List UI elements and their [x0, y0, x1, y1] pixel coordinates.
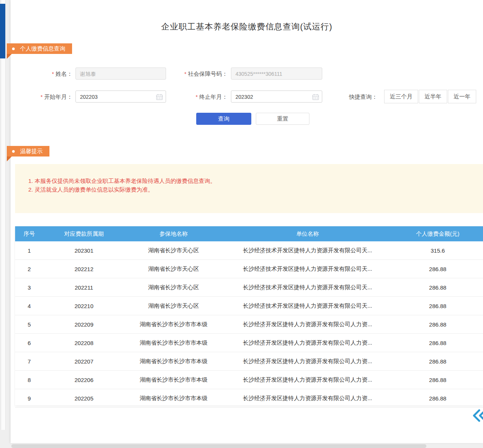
table-cell: 长沙经济技术开发区捷特人力资源开发有限公司天...	[223, 260, 392, 278]
table-cell: 长沙经济开发区捷特人力资源开发有限公司人力资...	[223, 315, 392, 333]
table-cell: 286.88	[392, 371, 483, 389]
table-cell: 湖南省长沙市天心区	[125, 241, 223, 259]
table-cell: 湖南省长沙市长沙市市本级	[125, 334, 223, 352]
tips-notice-box: 1. 本服务仅提供尚未领取企业职工基本养老保险待遇人员的缴费信息查询。 2. 灵…	[15, 164, 483, 213]
table-cell: 202301	[43, 241, 125, 259]
start-month-input[interactable]: 202203	[75, 91, 166, 103]
calendar-icon	[156, 94, 163, 100]
table-cell: 湖南省长沙市长沙市市本级	[125, 371, 223, 389]
table-cell: 286.88	[392, 315, 483, 333]
results-table: 序号对应费款所属期参保地名称单位名称个人缴费金额(元) 1202301湖南省长沙…	[15, 226, 483, 405]
ssn-label: *社会保障号码：	[166, 67, 228, 81]
name-label: *姓名：	[38, 67, 72, 81]
table-cell: 202211	[43, 278, 125, 296]
table-row: 6202208湖南省长沙市长沙市市本级长沙经济开发区捷特人力资源开发有限公司人力…	[15, 334, 483, 352]
table-body: 1202301湖南省长沙市天心区长沙经济技术开发区捷特人力资源开发有限公司天..…	[15, 241, 483, 408]
table-row: 8202206湖南省长沙市长沙市市本级长沙经济开发区捷特人力资源开发有限公司人力…	[15, 371, 483, 389]
ssn-field: 430525******306111	[231, 68, 322, 80]
table-cell: 4	[15, 297, 43, 315]
table-cell: 315.6	[392, 241, 483, 259]
bullet-dot-icon	[12, 48, 15, 50]
table-cell: 5	[15, 315, 43, 333]
table-cell: 202210	[43, 297, 125, 315]
table-cell: 8	[15, 371, 43, 389]
double-chevron-left-icon[interactable]	[471, 407, 483, 424]
table-row: 4202210湖南省长沙市天心区长沙经济技术开发区捷特人力资源开发有限公司天..…	[15, 297, 483, 315]
table-cell: 湖南省长沙市长沙市市本级	[125, 315, 223, 333]
calendar-icon	[312, 94, 319, 100]
required-asterisk: *	[196, 94, 198, 100]
table-cell: 湖南省长沙市天心区	[125, 260, 223, 278]
section-badge-label: 个人缴费信息查询	[20, 45, 65, 52]
quick-query-group: 近三个月 近半年 近一年	[384, 90, 476, 103]
table-cell: 1	[15, 241, 43, 259]
section-badge-tips: 温馨提示	[7, 146, 49, 156]
left-rail	[1, 0, 6, 430]
pension-query-page: 企业职工基本养老保险缴费信息查询(试运行) 个人缴费信息查询 *姓名： 谢旭泰 …	[0, 0, 483, 448]
table-cell: 202206	[43, 371, 125, 389]
table-cell: 2	[15, 260, 43, 278]
table-row: 7202207湖南省长沙市长沙市市本级长沙经济开发区捷特人力资源开发有限公司人力…	[15, 352, 483, 371]
tips-line-1: 1. 本服务仅提供尚未领取企业职工基本养老保险待遇人员的缴费信息查询。	[28, 176, 216, 185]
quick-btn-last-half-year[interactable]: 近半年	[419, 90, 447, 103]
end-month-label: *终止年月：	[177, 90, 228, 104]
table-cell: 长沙经济技术开发区捷特人力资源开发有限公司天...	[223, 278, 392, 296]
query-button[interactable]: 查询	[196, 113, 251, 125]
quick-query-label: 快捷查询：	[349, 90, 381, 104]
table-header-cell: 序号	[15, 226, 43, 241]
tips-line-2: 2. 灵活就业人员的缴费单位信息以实际缴费为准。	[28, 185, 216, 194]
page-title: 企业职工基本养老保险缴费信息查询(试运行)	[11, 21, 483, 32]
table-cell: 长沙经济开发区捷特人力资源开发有限公司人力资...	[223, 389, 392, 407]
table-cell: 286.88	[392, 334, 483, 352]
table-cell: 湖南省长沙市长沙市市本级	[125, 389, 223, 407]
table-header-cell: 单位名称	[223, 226, 392, 241]
required-asterisk: *	[52, 71, 54, 77]
table-header-row: 序号对应费款所属期参保地名称单位名称个人缴费金额(元)	[15, 226, 483, 241]
badge-fold-triangle	[7, 156, 12, 161]
table-cell: 长沙经济开发区捷特人力资源开发有限公司人力资...	[223, 371, 392, 389]
bullet-dot-icon	[12, 150, 15, 153]
table-cell: 7	[15, 352, 43, 370]
quick-btn-last-3-months[interactable]: 近三个月	[384, 90, 418, 103]
required-asterisk: *	[185, 71, 186, 77]
badge-fold-triangle	[7, 54, 12, 59]
table-cell: 长沙经济开发区捷特人力资源开发有限公司人力资...	[223, 334, 392, 352]
end-month-input[interactable]: 202302	[231, 91, 322, 103]
table-cell: 3	[15, 278, 43, 296]
table-row: 1202301湖南省长沙市天心区长沙经济技术开发区捷特人力资源开发有限公司天..…	[15, 241, 483, 260]
table-cell: 286.88	[392, 297, 483, 315]
table-cell: 9	[15, 389, 43, 407]
table-cell: 286.88	[392, 278, 483, 296]
table-cell: 长沙经济开发区捷特人力资源开发有限公司人力资...	[223, 352, 392, 370]
table-cell: 湖南省长沙市长沙市市本级	[125, 352, 223, 370]
table-cell: 长沙经济技术开发区捷特人力资源开发有限公司天...	[223, 297, 392, 315]
section-badge-label: 温馨提示	[20, 148, 43, 155]
table-row: 5202209湖南省长沙市长沙市市本级长沙经济开发区捷特人力资源开发有限公司人力…	[15, 315, 483, 334]
horizontal-scrollbar[interactable]	[11, 444, 426, 448]
table-row: 3202211湖南省长沙市天心区长沙经济技术开发区捷特人力资源开发有限公司天..…	[15, 278, 483, 297]
table-cell: 286.88	[392, 352, 483, 370]
table-cell: 湖南省长沙市天心区	[125, 297, 223, 315]
table-row: 2202212湖南省长沙市天心区长沙经济技术开发区捷特人力资源开发有限公司天..…	[15, 260, 483, 278]
table-header-cell: 个人缴费金额(元)	[392, 226, 483, 241]
table-cell: 202208	[43, 334, 125, 352]
table-cell: 202205	[43, 389, 125, 407]
table-cell: 286.88	[392, 389, 483, 407]
quick-btn-last-year[interactable]: 近一年	[448, 90, 476, 103]
table-cell: 202207	[43, 352, 125, 370]
table-cell: 长沙经济技术开发区捷特人力资源开发有限公司天...	[223, 241, 392, 259]
table-cell: 202209	[43, 315, 125, 333]
left-rail-blue-block	[0, 4, 5, 58]
table-row: 9202205湖南省长沙市长沙市市本级长沙经济开发区捷特人力资源开发有限公司人力…	[15, 389, 483, 408]
table-header-cell: 参保地名称	[125, 226, 223, 241]
start-month-label: *开始年月：	[30, 90, 72, 104]
section-badge-personal-query: 个人缴费信息查询	[7, 43, 72, 54]
required-asterisk: *	[41, 94, 43, 100]
table-header-cell: 对应费款所属期	[43, 226, 125, 241]
name-field: 谢旭泰	[75, 68, 166, 80]
table-cell: 286.88	[392, 260, 483, 278]
reset-button[interactable]: 重置	[256, 113, 309, 125]
table-cell: 6	[15, 334, 43, 352]
table-cell: 202212	[43, 260, 125, 278]
table-cell: 湖南省长沙市天心区	[125, 278, 223, 296]
